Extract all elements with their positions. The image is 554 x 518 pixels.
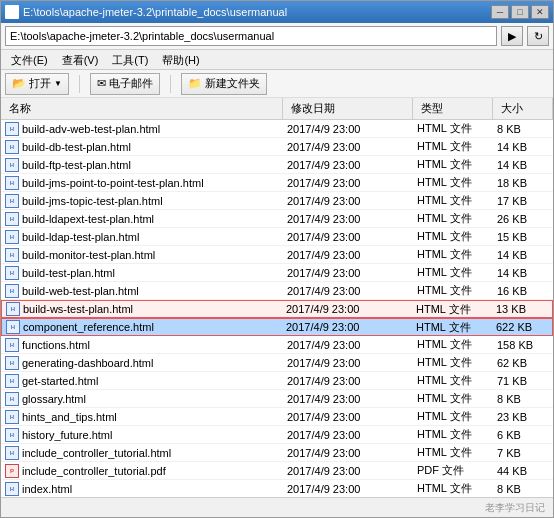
file-modified-cell: 2017/4/9 23:00: [283, 447, 413, 459]
file-row[interactable]: H build-db-test-plan.html 2017/4/9 23:00…: [1, 138, 553, 156]
file-row[interactable]: H get-started.html 2017/4/9 23:00 HTML 文…: [1, 372, 553, 390]
file-type: HTML 文件: [417, 445, 472, 460]
file-row[interactable]: H hints_and_tips.html 2017/4/9 23:00 HTM…: [1, 408, 553, 426]
file-size-cell: 71 KB: [493, 375, 553, 387]
file-row[interactable]: H build-test-plan.html 2017/4/9 23:00 HT…: [1, 264, 553, 282]
file-type: HTML 文件: [417, 409, 472, 424]
file-size: 7 KB: [497, 447, 521, 459]
file-name: build-adv-web-test-plan.html: [22, 123, 160, 135]
file-modified: 2017/4/9 23:00: [287, 447, 360, 459]
file-name-cell: H build-db-test-plan.html: [1, 140, 283, 154]
file-type-cell: HTML 文件: [413, 211, 493, 226]
file-row[interactable]: H glossary.html 2017/4/9 23:00 HTML 文件 8…: [1, 390, 553, 408]
html-icon: H: [5, 392, 19, 406]
file-modified: 2017/4/9 23:00: [287, 195, 360, 207]
file-size: 14 KB: [497, 159, 527, 171]
address-bar: ▶ ↻: [1, 23, 553, 50]
file-type: HTML 文件: [417, 337, 472, 352]
file-size-cell: 16 KB: [493, 285, 553, 297]
file-modified: 2017/4/9 23:00: [287, 429, 360, 441]
html-icon: H: [5, 248, 19, 262]
open-button[interactable]: 📂 打开 ▼: [5, 73, 69, 95]
file-name: build-test-plan.html: [22, 267, 115, 279]
file-name: include_controller_tutorial.html: [22, 447, 171, 459]
file-row[interactable]: H build-ws-test-plan.html 2017/4/9 23:00…: [1, 300, 553, 318]
file-name: build-web-test-plan.html: [22, 285, 139, 297]
file-name: generating-dashboard.html: [22, 357, 153, 369]
file-type-cell: HTML 文件: [413, 283, 493, 298]
address-input[interactable]: [5, 26, 497, 46]
file-size: 8 KB: [497, 123, 521, 135]
file-size-cell: 14 KB: [493, 159, 553, 171]
file-modified-cell: 2017/4/9 23:00: [283, 213, 413, 225]
file-size-cell: 8 KB: [493, 393, 553, 405]
file-type: HTML 文件: [417, 427, 472, 442]
file-row[interactable]: H component_reference.html 2017/4/9 23:0…: [1, 318, 553, 336]
file-type-cell: HTML 文件: [413, 175, 493, 190]
file-name: build-jms-point-to-point-test-plan.html: [22, 177, 204, 189]
html-icon: H: [5, 356, 19, 370]
file-size-cell: 17 KB: [493, 195, 553, 207]
file-size: 15 KB: [497, 231, 527, 243]
go-button[interactable]: ▶: [501, 26, 523, 46]
file-size-cell: 14 KB: [493, 249, 553, 261]
file-name-cell: P include_controller_tutorial.pdf: [1, 464, 283, 478]
file-size-cell: 158 KB: [493, 339, 553, 351]
html-icon: H: [5, 428, 19, 442]
refresh-button[interactable]: ↻: [527, 26, 549, 46]
file-type-cell: HTML 文件: [413, 121, 493, 136]
file-row[interactable]: H build-ldapext-test-plan.html 2017/4/9 …: [1, 210, 553, 228]
file-size-cell: 8 KB: [493, 123, 553, 135]
open-arrow: ▼: [54, 79, 62, 88]
html-icon: H: [5, 158, 19, 172]
html-icon: H: [5, 266, 19, 280]
html-icon: H: [5, 410, 19, 424]
file-row[interactable]: H include_controller_tutorial.html 2017/…: [1, 444, 553, 462]
file-name-cell: H glossary.html: [1, 392, 283, 406]
file-type-cell: HTML 文件: [413, 265, 493, 280]
col-type[interactable]: 类型: [413, 98, 493, 119]
file-row[interactable]: H build-adv-web-test-plan.html 2017/4/9 …: [1, 120, 553, 138]
close-button[interactable]: ✕: [531, 5, 549, 19]
file-type-cell: HTML 文件: [413, 391, 493, 406]
file-row[interactable]: H build-monitor-test-plan.html 2017/4/9 …: [1, 246, 553, 264]
file-size-cell: 13 KB: [492, 303, 552, 315]
menu-help[interactable]: 帮助(H): [156, 51, 205, 69]
file-type: HTML 文件: [417, 139, 472, 154]
file-modified-cell: 2017/4/9 23:00: [283, 141, 413, 153]
file-row[interactable]: H generating-dashboard.html 2017/4/9 23:…: [1, 354, 553, 372]
file-size: 26 KB: [497, 213, 527, 225]
file-modified-cell: 2017/4/9 23:00: [283, 429, 413, 441]
new-folder-button[interactable]: 📁 新建文件夹: [181, 73, 267, 95]
file-row[interactable]: H history_future.html 2017/4/9 23:00 HTM…: [1, 426, 553, 444]
file-modified-cell: 2017/4/9 23:00: [283, 123, 413, 135]
file-row[interactable]: H build-web-test-plan.html 2017/4/9 23:0…: [1, 282, 553, 300]
menu-tools[interactable]: 工具(T): [106, 51, 154, 69]
file-row[interactable]: H build-ftp-test-plan.html 2017/4/9 23:0…: [1, 156, 553, 174]
email-button[interactable]: ✉ 电子邮件: [90, 73, 160, 95]
file-size: 13 KB: [496, 303, 526, 315]
file-row[interactable]: H build-ldap-test-plan.html 2017/4/9 23:…: [1, 228, 553, 246]
col-name[interactable]: 名称: [1, 98, 283, 119]
menu-file[interactable]: 文件(E): [5, 51, 54, 69]
file-name: glossary.html: [22, 393, 86, 405]
maximize-button[interactable]: □: [511, 5, 529, 19]
file-size-cell: 62 KB: [493, 357, 553, 369]
file-modified: 2017/4/9 23:00: [287, 411, 360, 423]
file-name-cell: H build-ftp-test-plan.html: [1, 158, 283, 172]
minimize-button[interactable]: ─: [491, 5, 509, 19]
status-bar: 老李学习日记: [1, 497, 553, 517]
file-size: 23 KB: [497, 411, 527, 423]
menu-view[interactable]: 查看(V): [56, 51, 105, 69]
col-size[interactable]: 大小: [493, 98, 553, 119]
file-row[interactable]: H index.html 2017/4/9 23:00 HTML 文件 8 KB: [1, 480, 553, 497]
file-row[interactable]: H functions.html 2017/4/9 23:00 HTML 文件 …: [1, 336, 553, 354]
file-name-cell: H get-started.html: [1, 374, 283, 388]
col-modified[interactable]: 修改日期: [283, 98, 413, 119]
file-type: HTML 文件: [417, 229, 472, 244]
file-type-cell: HTML 文件: [412, 302, 492, 317]
file-row[interactable]: P include_controller_tutorial.pdf 2017/4…: [1, 462, 553, 480]
file-row[interactable]: H build-jms-topic-test-plan.html 2017/4/…: [1, 192, 553, 210]
file-row[interactable]: H build-jms-point-to-point-test-plan.htm…: [1, 174, 553, 192]
file-list: H build-adv-web-test-plan.html 2017/4/9 …: [1, 120, 553, 497]
